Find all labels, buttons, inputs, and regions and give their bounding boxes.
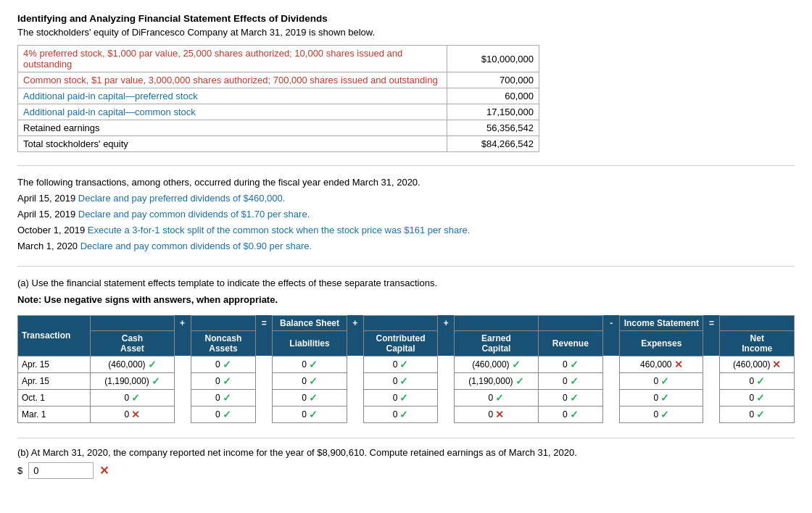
operator-cell: = [256, 389, 273, 406]
cross-icon: ✕ [772, 359, 781, 370]
cross-icon: ✕ [674, 359, 683, 370]
cell-revenue: 0✓ [538, 389, 603, 406]
cell-net-income: 0✓ [720, 406, 795, 422]
operator-cell: - [603, 389, 620, 406]
cell-expenses: 0✓ [620, 389, 703, 406]
operator-cell: = [256, 406, 273, 422]
instruction-b: (b) At March 31, 2020, the company repor… [17, 447, 795, 458]
operator-cell: - [603, 406, 620, 422]
operator-cell: = [703, 356, 720, 372]
col-subheader-earned: Earned Capital [455, 330, 538, 356]
retained-earnings-input[interactable] [28, 462, 94, 479]
check-icon: ✓ [309, 392, 318, 404]
check-icon: ✓ [570, 392, 579, 404]
transactions-block: The following transactions, among others… [17, 175, 795, 254]
operator-cell: = [703, 406, 720, 422]
cell-transaction: Oct. 1 [18, 389, 91, 406]
operator-cell: + [174, 356, 191, 372]
check-icon: ✓ [756, 409, 765, 420]
check-icon: ✓ [152, 375, 160, 387]
col-header-cash [91, 315, 174, 330]
col-header-transaction: Transaction [18, 315, 91, 356]
cell-transaction: Mar. 1 [18, 406, 91, 422]
plus-sign-2: + [347, 315, 363, 330]
balance-sheet-header: Balance Sheet [273, 315, 347, 330]
cell-noncash: 0✓ [191, 406, 256, 422]
cell-contributed: 0✓ [363, 406, 437, 422]
transaction-item-3: October 1, 2019 Execute a 3-for-1 stock … [17, 222, 795, 238]
cell-cash: 0✓ [91, 389, 174, 406]
cell-cash: 0✕ [91, 406, 174, 422]
operator-cell: + [347, 372, 363, 389]
cell-expenses: 460,000✕ [620, 356, 703, 372]
cell-expenses: 0✓ [620, 372, 703, 389]
col-subheader-expenses: Expenses [620, 330, 703, 356]
cell-revenue: 0✓ [538, 372, 603, 389]
check-icon: ✓ [660, 392, 669, 404]
check-icon: ✓ [399, 392, 408, 404]
cell-liabilities: 0✓ [273, 389, 347, 406]
check-icon: ✓ [399, 359, 408, 370]
cell-contributed: 0✓ [363, 372, 437, 389]
cell-liabilities: 0✓ [273, 356, 347, 372]
cell-revenue: 0✓ [538, 356, 603, 372]
operator-cell: + [438, 372, 455, 389]
cell-transaction: Apr. 15 [18, 372, 91, 389]
check-icon: ✓ [223, 375, 231, 387]
operator-cell: - [603, 356, 620, 372]
operator-cell: = [256, 356, 273, 372]
check-icon: ✓ [756, 375, 765, 387]
cell-liabilities: 0✓ [273, 406, 347, 422]
operator-cell: + [174, 372, 191, 389]
cell-earned: 0✓ [455, 389, 538, 406]
cell-net-income: (460,000)✕ [720, 356, 795, 372]
operator-cell: + [174, 389, 191, 406]
check-icon: ✓ [570, 375, 579, 387]
check-icon: ✓ [495, 392, 504, 404]
equity-table: 4% preferred stock, $1,000 par value, 25… [17, 45, 539, 152]
check-icon: ✓ [570, 409, 579, 420]
col-header-earned [455, 315, 538, 330]
col-header-revenue [538, 315, 603, 330]
check-icon: ✓ [756, 392, 765, 404]
operator-cell: - [603, 372, 620, 389]
operator-cell: + [347, 356, 363, 372]
col-subheader-liabilities: Liabilities [273, 330, 347, 356]
equals-sign-2: = [703, 315, 720, 330]
cell-net-income: 0✓ [720, 389, 795, 406]
dollar-sign: $ [17, 465, 22, 476]
check-icon: ✓ [399, 375, 408, 387]
cell-contributed: 0✓ [363, 389, 437, 406]
plus-sign-3: + [438, 315, 455, 330]
retained-cross-icon: ✕ [99, 464, 109, 477]
check-icon: ✓ [309, 359, 318, 370]
income-statement-header: Income Statement [620, 315, 703, 330]
check-icon: ✓ [515, 375, 524, 387]
col-header-noncash [191, 315, 256, 330]
table-row-0: Apr. 15(460,000)✓+0✓=0✓+0✓+(460,000)✓0✓-… [18, 356, 795, 372]
check-icon: ✓ [223, 392, 231, 404]
check-icon: ✓ [148, 359, 157, 370]
cell-cash: (1,190,000)✓ [91, 372, 174, 389]
cell-contributed: 0✓ [363, 356, 437, 372]
cell-net-income: 0✓ [720, 372, 795, 389]
cell-earned: (460,000)✓ [455, 356, 538, 372]
transaction-item-1: April 15, 2019 Declare and pay preferred… [17, 191, 795, 207]
page-title: Identifying and Analyzing Financial Stat… [17, 13, 795, 24]
instruction-b-block: (b) At March 31, 2020, the company repor… [17, 447, 795, 479]
check-icon: ✓ [660, 375, 669, 387]
operator-cell: = [703, 389, 720, 406]
transaction-item-0: The following transactions, among others… [17, 175, 795, 191]
check-icon: ✓ [309, 409, 318, 420]
instruction-a: (a) Use the financial statement effects … [17, 275, 795, 307]
col-subheader-net: Net Income [720, 330, 795, 356]
cell-noncash: 0✓ [191, 389, 256, 406]
table-row-3: Mar. 10✕+0✓=0✓+0✓+0✕0✓-0✓=0✓ [18, 406, 795, 422]
col-header-contributed [363, 315, 437, 330]
cell-earned: (1,190,000)✓ [455, 372, 538, 389]
operator-cell: + [438, 389, 455, 406]
cross-icon: ✕ [495, 409, 504, 420]
operator-cell: + [347, 406, 363, 422]
cell-liabilities: 0✓ [273, 372, 347, 389]
check-icon: ✓ [223, 409, 231, 420]
